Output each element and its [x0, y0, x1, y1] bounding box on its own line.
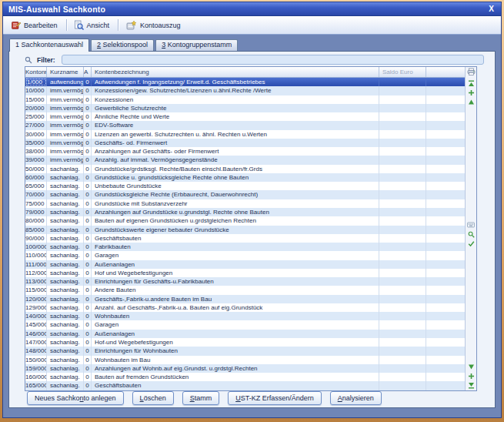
- cell-a: 0: [84, 121, 92, 129]
- toolbar-button-kontoauszug[interactable]: Kontoauszug: [122, 18, 186, 32]
- column-header-extra[interactable]: [426, 67, 465, 77]
- cell-kontonr: 150/000: [25, 356, 47, 364]
- tab-1[interactable]: 1 Sachkontenauswahl: [9, 39, 89, 52]
- table-row[interactable]: 150/000sachanlag.0Wohnbauten im Bau: [25, 356, 465, 364]
- table-row[interactable]: 39/000imm.vermög0Anzahlg. auf immat. Ver…: [25, 156, 465, 164]
- cell-kurzname: sachanlag.: [47, 234, 84, 243]
- scroll-up-icon[interactable]: [466, 97, 476, 106]
- keyboard-icon[interactable]: [466, 220, 476, 229]
- cell-extra: [426, 277, 465, 286]
- table-row[interactable]: 38/000imm.vermög0Anzahlungen auf Geschäf…: [25, 147, 465, 156]
- table-row[interactable]: 159/000sachanlag.0Anzahlungen auf Wohnb.…: [25, 364, 465, 373]
- scroll-first-icon[interactable]: [466, 79, 476, 88]
- table-row[interactable]: 90/000sachanlag.0Geschäftsbauten: [25, 234, 465, 243]
- table-row[interactable]: 60/000sachanlag.0Grundstücke u. grundstü…: [25, 173, 465, 182]
- table-row[interactable]: 27/000imm.vermög0EDV-Software: [25, 121, 465, 129]
- table-row[interactable]: 75/000sachanlag.0Grundstücke mit Substan…: [25, 199, 465, 208]
- cell-kontenbezeichnung: Wohnbauten: [92, 312, 379, 320]
- cell-a: 0: [84, 165, 92, 173]
- column-header-label: Kontenbezeichnung: [95, 69, 149, 75]
- cell-kontonr: 79/000: [25, 208, 47, 216]
- cell-saldo-euro: [379, 295, 426, 303]
- table-row[interactable]: 120/000sachanlag.0Geschäfts-,Fabrik-u.an…: [25, 295, 465, 303]
- cell-kontenbezeichnung: Konzessionen/gew. Schutzrechte/Lizenzen …: [92, 86, 379, 95]
- printer-icon[interactable]: [466, 67, 476, 76]
- table-row[interactable]: 79/000sachanlag.0Anzahlungen auf Grundst…: [25, 208, 465, 216]
- table-row[interactable]: 140/000sachanlag.0Wohnbauten: [25, 312, 465, 320]
- cell-kontonr: 65/000: [25, 182, 47, 190]
- table-row[interactable]: 160/000sachanlag.0Bauten auf fremden Gru…: [25, 373, 465, 381]
- toolbar-button-ansicht[interactable]: Ansicht: [70, 18, 115, 32]
- table-row[interactable]: 146/000sachanlag.0Außenanlagen: [25, 330, 465, 338]
- cell-saldo-euro: [379, 95, 426, 104]
- cell-a: 0: [84, 147, 92, 156]
- table-row[interactable]: 145/000sachanlag.0Garagen: [25, 320, 465, 329]
- table-row[interactable]: 129/000sachanlag.0Anzahl. auf Geschäfts-…: [25, 303, 465, 312]
- cell-a: 0: [84, 78, 92, 86]
- table-row[interactable]: 35/000imm.vermög0Geschäfts- od. Firmenwe…: [25, 139, 465, 147]
- button-stamm[interactable]: Stamm: [182, 391, 220, 405]
- append-row-icon[interactable]: [466, 372, 476, 381]
- select-row-icon[interactable]: [466, 239, 476, 248]
- filter-input[interactable]: [62, 55, 484, 65]
- table-row[interactable]: 15/000imm.vermög0Konzessionen: [25, 95, 465, 104]
- toolbar-button-bearbeiten[interactable]: Bearbeiten: [7, 18, 63, 32]
- table-row[interactable]: 65/000sachanlag.0Unbebaute Grundstücke: [25, 182, 465, 190]
- column-header-kontenbezeichnung[interactable]: Kontenbezeichnung: [92, 67, 379, 77]
- table-row[interactable]: 113/000sachanlag.0Einrichtungen für Gesc…: [25, 277, 465, 286]
- cell-kurzname: imm.vermög: [47, 121, 84, 129]
- column-header-saldo-euro[interactable]: Saldo Euro: [379, 67, 426, 77]
- table-row[interactable]: 70/000sachanlag.0Grundstücksgleiche Rech…: [25, 190, 465, 199]
- table-row[interactable]: 20/000imm.vermög0Gewerbliche Schutzrecht…: [25, 104, 465, 112]
- column-header-label: Saldo Euro: [382, 69, 413, 75]
- tab-3[interactable]: 3 Kontogruppenstamm: [155, 39, 238, 51]
- table-row[interactable]: 50/000sachanlag.0Grundstücke/grdstksgl. …: [25, 165, 465, 173]
- cell-a: 0: [84, 104, 92, 112]
- table-row[interactable]: 100/000sachanlag.0Fabrikbauten: [25, 243, 465, 251]
- cell-kontonr: 115/000: [25, 286, 47, 294]
- scroll-down-icon[interactable]: [466, 363, 476, 372]
- button-ust-kz-erfassen-ändern[interactable]: UST-KZ Erfassen/Ändern: [228, 391, 322, 405]
- cell-extra: [426, 303, 465, 312]
- table-row[interactable]: 30/000imm.vermög0Lizenzen an gewerbl. Sc…: [25, 130, 465, 139]
- button-löschen[interactable]: Löschen: [132, 391, 174, 405]
- table-row[interactable]: 85/000sachanlag.0Grundstückswerte eigene…: [25, 226, 465, 234]
- table-row[interactable]: 10/000imm.vermög0Konzessionen/gew. Schut…: [25, 86, 465, 95]
- cell-kurzname: sachanlag.: [47, 190, 84, 199]
- table-row[interactable]: 1/000aufwendung0Aufwendungen f. Ingangse…: [25, 78, 465, 86]
- cell-extra: [426, 347, 465, 355]
- cell-kontenbezeichnung: Gewerbliche Schutzrechte: [92, 104, 379, 112]
- cell-extra: [426, 156, 465, 164]
- cell-kontenbezeichnung: Garagen: [92, 320, 379, 329]
- cell-kontenbezeichnung: Bauten auf fremden Grundstücken: [92, 373, 379, 381]
- button-analysieren[interactable]: Analysieren: [330, 391, 382, 405]
- column-header-a[interactable]: A: [84, 67, 92, 77]
- table-row[interactable]: 111/000sachanlag.0Außenanlagen: [25, 260, 465, 269]
- table-row[interactable]: 147/000sachanlag.0Hof-und Wegebefestigun…: [25, 338, 465, 347]
- cell-extra: [426, 295, 465, 303]
- table-row[interactable]: 148/000sachanlag.0Einrichtungen für Wohn…: [25, 347, 465, 355]
- scroll-last-icon[interactable]: [466, 381, 476, 390]
- cell-a: 0: [84, 356, 92, 364]
- table-row[interactable]: 115/000sachanlag.0Andere Bauten: [25, 286, 465, 294]
- table-row[interactable]: 112/000sachanlag.0Hof und Wegebefestigun…: [25, 269, 465, 277]
- table-row[interactable]: 80/000sachanlag.0Bauten auf eigenen Grun…: [25, 216, 465, 225]
- table-row[interactable]: 165/000sachanlag.0Geschäftsbauten: [25, 381, 465, 390]
- cell-saldo-euro: [379, 78, 426, 86]
- cell-extra: [426, 86, 465, 95]
- button-neues-sachkonto-anlegen[interactable]: Neues Sachkonto anlegen: [27, 391, 124, 405]
- column-header-kurzname[interactable]: Kurzname: [47, 67, 84, 77]
- cell-kontonr: 30/000: [25, 130, 47, 139]
- close-button[interactable]: X: [487, 5, 496, 13]
- cell-saldo-euro: [379, 156, 426, 164]
- search-icon[interactable]: [466, 229, 476, 239]
- cell-kontonr: 85/000: [25, 226, 47, 234]
- cell-kontenbezeichnung: Anzahl. auf Geschäfts-,Fabrik-u.a. Baute…: [92, 303, 379, 312]
- table-row[interactable]: 110/000sachanlag.0Garagen: [25, 251, 465, 260]
- cell-saldo-euro: [379, 347, 426, 355]
- column-header-kontonr-[interactable]: Kontonr.▼: [25, 67, 47, 77]
- insert-row-icon[interactable]: [466, 88, 476, 97]
- table-row[interactable]: 25/000imm.vermög0Ähnliche Rechte und Wer…: [25, 112, 465, 121]
- tab-2[interactable]: 2 Selektionspool: [91, 39, 154, 51]
- cell-saldo-euro: [379, 121, 426, 129]
